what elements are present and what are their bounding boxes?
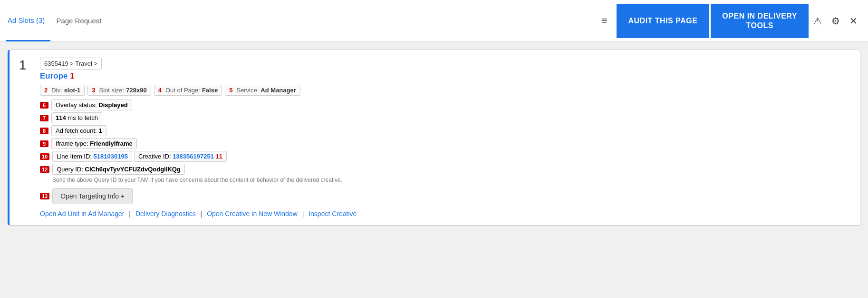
overlay-value: Displayed <box>98 101 127 109</box>
sep3: | <box>302 210 304 218</box>
fetch-count-content: Ad fetch count: 1 <box>51 125 106 136</box>
slot-content: 6355419 > Travel > Europe 1 2 Div: slot-… <box>40 58 850 218</box>
gear-icon: ⚙ <box>831 16 840 26</box>
ad-slot-card: 1 6355419 > Travel > Europe 1 2 Div: slo… <box>8 50 860 226</box>
delivery-btn-line2: TOOLS <box>746 21 773 30</box>
open-ad-unit-link[interactable]: Open Ad Unit in Ad Manager <box>40 210 124 218</box>
fetch-count-row: 8 Ad fetch count: 1 <box>40 125 850 136</box>
delivery-diagnostics-link[interactable]: Delivery Diagnostics <box>135 210 196 218</box>
fetch-ms-content: 114 ms to fetch <box>51 112 102 123</box>
hamburger-menu-button[interactable]: ≡ <box>598 11 611 30</box>
query-id-content: Query ID: CICh6qvTyvYCFUZdvQodgilKQg <box>52 164 185 175</box>
info-tags-row: 2 Div: slot-1 3 Slot size: 728x90 4 Out … <box>40 85 850 96</box>
tab-page-request[interactable]: Page Request <box>50 0 107 41</box>
creative-id-content: Creative ID: 138356197251 11 <box>134 151 227 162</box>
fetch-count-row-num: 8 <box>40 128 48 134</box>
inspect-creative-link[interactable]: Inspect Creative <box>309 210 357 218</box>
slot-size-label: Slot size: <box>99 87 125 94</box>
slot-name-text: Europe <box>40 71 70 80</box>
overlay-row: 6 Overlay status: Displayed <box>40 99 850 110</box>
slot-size-tag: 3 Slot size: 728x90 <box>87 85 151 96</box>
div-label: Div: <box>51 87 62 94</box>
slot-number: 1 <box>19 58 27 73</box>
close-icon: ✕ <box>849 16 858 26</box>
service-value: Ad Manager <box>260 87 296 94</box>
tab-page-request-label: Page Request <box>56 17 101 25</box>
sep1: | <box>129 210 131 218</box>
slot-badge-num: 1 <box>70 71 74 80</box>
div-num: 2 <box>44 87 48 94</box>
sep2: | <box>201 210 203 218</box>
query-id-row-num: 12 <box>40 166 49 173</box>
service-label: Service: <box>236 87 259 94</box>
iframe-content: Iframe type: FriendlyIframe <box>51 138 137 149</box>
overlay-row-num: 6 <box>40 102 48 109</box>
service-num: 5 <box>229 87 232 94</box>
out-of-page-value: False <box>202 87 218 94</box>
audit-this-page-button[interactable]: AUDIT THIS PAGE <box>617 4 709 38</box>
line-item-content: Line Item ID: 5181030195 <box>52 151 132 162</box>
line-item-row-num: 10 <box>40 153 49 160</box>
out-of-page-label: Out of Page: <box>165 87 200 94</box>
div-tag: 2 Div: slot-1 <box>40 85 85 96</box>
targeting-row: 13 Open Targeting Info + <box>40 188 850 204</box>
tab-ad-slots-label: Ad Slots (3) <box>8 16 45 24</box>
query-id-row: 12 Query ID: CICh6qvTyvYCFUZdvQodgilKQg <box>40 164 850 175</box>
query-note: Send the above Query ID to your TAM if y… <box>52 177 850 183</box>
open-creative-new-window-link[interactable]: Open Creative in New Window <box>207 210 298 218</box>
audit-button-label: AUDIT THIS PAGE <box>628 17 697 25</box>
breadcrumb: 6355419 > Travel > <box>40 58 102 70</box>
iframe-row-num: 9 <box>40 140 48 147</box>
hamburger-icon: ≡ <box>602 15 608 26</box>
close-button[interactable]: ✕ <box>845 11 862 30</box>
div-value: slot-1 <box>64 87 81 94</box>
creative-id-value[interactable]: 138356197251 <box>173 153 214 160</box>
fetch-ms-value: 114 <box>56 114 66 121</box>
settings-button[interactable]: ⚙ <box>827 11 845 30</box>
open-targeting-info-button[interactable]: Open Targeting Info + <box>52 188 133 204</box>
toolbar: Ad Slots (3) Page Request ≡ AUDIT THIS P… <box>0 0 868 42</box>
tab-ad-slots[interactable]: Ad Slots (3) <box>6 0 50 41</box>
iframe-row: 9 Iframe type: FriendlyIframe <box>40 138 850 149</box>
footer-links: Open Ad Unit in Ad Manager | Delivery Di… <box>40 210 850 218</box>
fetch-ms-row-num: 7 <box>40 115 48 121</box>
delivery-btn-line1: OPEN IN DELIVERY <box>722 12 797 20</box>
line-item-row: 10 Line Item ID: 5181030195 Creative ID:… <box>40 151 850 162</box>
fetch-ms-row: 7 114 ms to fetch <box>40 112 850 123</box>
slot-size-num: 3 <box>92 87 95 94</box>
overlay-content: Overlay status: Displayed <box>51 99 132 110</box>
slot-size-value: 728x90 <box>126 87 146 94</box>
feedback-icon: ⚠ <box>813 16 822 26</box>
service-tag: 5 Service: Ad Manager <box>225 85 300 96</box>
fetch-ms-suffix: ms to fetch <box>66 114 98 121</box>
open-in-delivery-tools-button[interactable]: OPEN IN DELIVERY TOOLS <box>711 4 809 38</box>
feedback-button[interactable]: ⚠ <box>809 11 827 30</box>
main-content: 1 6355419 > Travel > Europe 1 2 Div: slo… <box>0 42 868 233</box>
out-of-page-tag: 4 Out of Page: False <box>154 85 222 96</box>
targeting-btn-label: Open Targeting Info + <box>60 192 125 200</box>
line-item-value[interactable]: 5181030195 <box>94 153 128 160</box>
overlay-label: Overlay status: <box>56 101 98 109</box>
slot-name: Europe 1 <box>40 71 850 81</box>
targeting-row-num: 13 <box>40 193 49 199</box>
out-of-page-num: 4 <box>158 87 162 94</box>
